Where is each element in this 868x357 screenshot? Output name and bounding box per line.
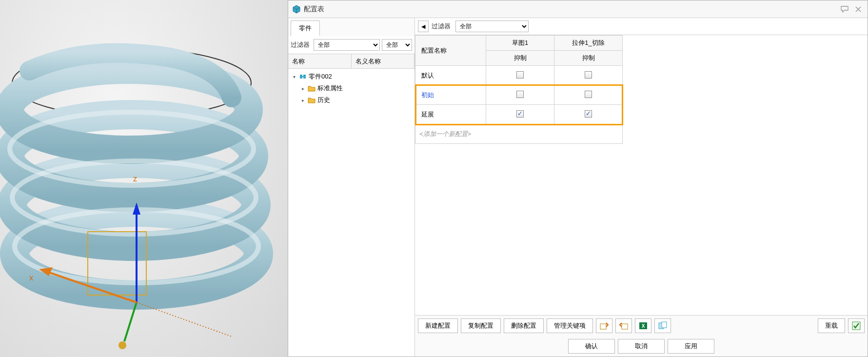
cube-icon	[292, 5, 301, 14]
tab-part[interactable]: 零件	[291, 20, 320, 36]
suppress-checkbox[interactable]	[516, 71, 524, 79]
config-row[interactable]: 延展	[415, 105, 623, 124]
right-column: ◀ 过滤器 全部 配置名称 草图1 拉伸1_切除 抑制	[415, 18, 868, 357]
tree-item[interactable]: ▸ 标准属性	[288, 82, 414, 94]
folder-icon	[308, 97, 316, 103]
suppress-checkbox[interactable]	[585, 91, 592, 98]
confirm-icon-button[interactable]	[848, 318, 865, 333]
config-name-cell[interactable]: 延展	[415, 105, 486, 124]
configuration-grid: 配置名称 草图1 拉伸1_切除 抑制 抑制 默认	[415, 35, 868, 315]
3d-viewport[interactable]: x z	[0, 0, 288, 357]
close-icon[interactable]	[853, 4, 864, 15]
suppress-checkbox[interactable]	[516, 91, 524, 98]
config-name-header: 配置名称	[415, 36, 486, 66]
import-icon-button[interactable]	[596, 318, 612, 333]
folder-icon	[308, 85, 316, 92]
config-name-cell[interactable]: 默认	[415, 66, 486, 85]
ok-button[interactable]: 确认	[568, 339, 615, 354]
param-header: 抑制	[554, 51, 623, 66]
feature-header[interactable]: 草图1	[486, 36, 554, 51]
config-row[interactable]: 默认	[415, 66, 623, 85]
bottom-toolbar: 新建配置 复制配置 删除配置 管理关键项 X	[415, 315, 868, 357]
apply-button[interactable]: 应用	[668, 339, 714, 354]
export-icon-button[interactable]	[615, 318, 632, 333]
excel-icon-button[interactable]: X	[635, 318, 651, 333]
chevron-right-icon[interactable]: ▸	[300, 97, 306, 103]
svg-rect-23	[600, 324, 606, 329]
config-name-cell[interactable]: 初始	[415, 85, 486, 105]
tree-item[interactable]: ▸ 历史	[288, 94, 414, 106]
svg-rect-24	[622, 324, 628, 329]
part-icon	[299, 73, 307, 80]
feature-tree[interactable]: ▾ 零件002 ▸ 标准属性	[288, 69, 414, 357]
suppress-checkbox[interactable]	[516, 110, 524, 118]
svg-line-17	[137, 302, 232, 337]
svg-rect-21	[303, 75, 306, 79]
tree-root-label: 零件002	[309, 72, 332, 81]
left-filter-select-2[interactable]: 全部	[382, 39, 412, 51]
config-row[interactable]: 初始	[415, 85, 623, 105]
panel-titlebar: 配置表	[288, 0, 868, 18]
tree-header-nominal: 名义名称	[352, 54, 414, 68]
chevron-down-icon[interactable]: ▾	[291, 74, 297, 79]
panel-title: 配置表	[304, 5, 836, 14]
configuration-panel: 配置表 零件 过滤器 全部 全部 名称 名义名称	[288, 0, 868, 357]
add-config-row[interactable]: <添加一个新配置>	[415, 124, 623, 144]
svg-rect-28	[662, 322, 667, 328]
svg-text:x: x	[29, 274, 33, 282]
feedback-icon[interactable]	[839, 4, 850, 15]
nav-back-button[interactable]: ◀	[418, 20, 429, 32]
suppress-checkbox[interactable]	[585, 110, 592, 118]
tree-header-name: 名称	[288, 54, 352, 68]
tree-root[interactable]: ▾ 零件002	[288, 71, 414, 82]
copy-config-button[interactable]: 复制配置	[461, 318, 501, 333]
svg-text:z: z	[133, 175, 137, 183]
tree-item-label: 历史	[317, 96, 330, 104]
svg-point-12	[118, 341, 126, 349]
left-filter-label: 过滤器	[291, 40, 312, 49]
left-column: 零件 过滤器 全部 全部 名称 名义名称 ▾	[288, 18, 415, 357]
suppress-checkbox[interactable]	[585, 71, 592, 79]
new-config-button[interactable]: 新建配置	[418, 318, 458, 333]
add-config-placeholder[interactable]: <添加一个新配置>	[415, 124, 623, 144]
delete-config-button[interactable]: 删除配置	[504, 318, 544, 333]
svg-rect-20	[300, 75, 302, 79]
manage-keys-button[interactable]: 管理关键项	[547, 318, 593, 333]
svg-text:X: X	[642, 323, 645, 329]
right-filter-label: 过滤器	[432, 22, 453, 31]
param-header: 抑制	[486, 51, 554, 66]
chevron-right-icon[interactable]: ▸	[300, 85, 306, 91]
right-filter-select[interactable]: 全部	[455, 20, 529, 32]
feature-header[interactable]: 拉伸1_切除	[554, 36, 623, 51]
reload-button[interactable]: 重载	[818, 318, 845, 333]
linked-table-icon-button[interactable]	[654, 318, 671, 333]
cancel-button[interactable]: 取消	[618, 339, 665, 354]
tree-item-label: 标准属性	[317, 84, 343, 93]
left-filter-select-1[interactable]: 全部	[314, 39, 380, 51]
